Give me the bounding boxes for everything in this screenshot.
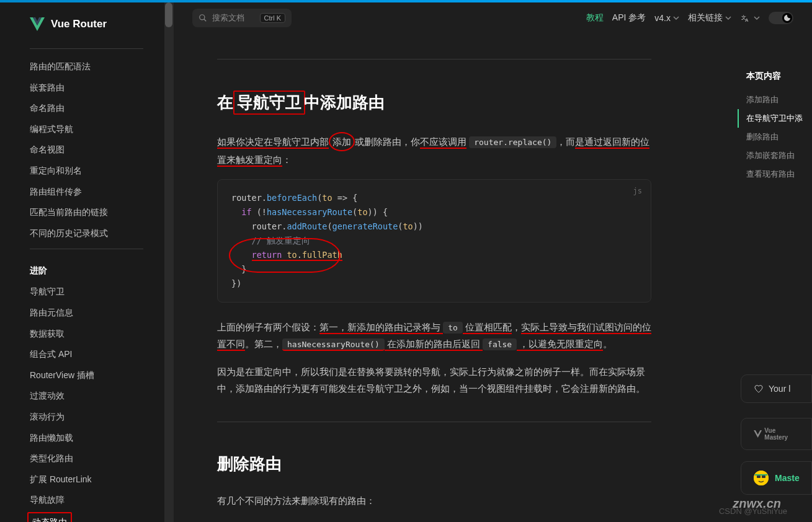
text: 。 bbox=[603, 338, 612, 349]
search-input[interactable]: 搜索文档 Ctrl K bbox=[192, 9, 292, 27]
sidebar-item-extend-routerlink[interactable]: 扩展 RouterLink bbox=[0, 469, 173, 490]
nav-tutorial[interactable]: 教程 bbox=[586, 12, 604, 24]
text-underlined: 位置相匹配 bbox=[463, 322, 512, 334]
watermark-csdn: CSDN @YuShiYue bbox=[719, 507, 787, 516]
svg-point-0 bbox=[200, 15, 205, 20]
heading-add-in-guard: 在导航守卫中添加路由 bbox=[217, 91, 385, 115]
text-underlined: 在添加新的路由后返回 bbox=[385, 338, 483, 351]
text: 上面的例子有两个假设： bbox=[217, 322, 319, 332]
sidebar-item-composition-api[interactable]: 组合式 API bbox=[0, 344, 173, 365]
search-kbd: Ctrl K bbox=[260, 13, 286, 23]
text-underlined: 第一，新添加的路由记录将与 bbox=[319, 322, 443, 334]
sidebar-section-advanced: 进阶 bbox=[0, 257, 173, 281]
sidebar-item-nested-routes[interactable]: 嵌套路由 bbox=[0, 77, 173, 99]
sidebar-item-data-fetching[interactable]: 数据获取 bbox=[0, 324, 173, 345]
top-nav: 搜索文档 Ctrl K 教程 API 参考 v4.x 相关链接 文A bbox=[174, 2, 812, 34]
sidebar-item-match-syntax[interactable]: 路由的匹配语法 bbox=[0, 56, 173, 77]
moon-icon bbox=[784, 15, 790, 21]
mastery-promo-card[interactable]: Maste bbox=[741, 461, 812, 495]
sidebar-item-lazy-loading[interactable]: 路由懒加载 bbox=[0, 428, 173, 449]
code-block[interactable]: jsrouter.beforeEach(to => { if (!hasNece… bbox=[217, 179, 651, 303]
sidebar-scrollbar[interactable] bbox=[164, 2, 173, 522]
sidebar-item-transitions[interactable]: 过渡动效 bbox=[0, 386, 173, 407]
sidebar-item-route-meta[interactable]: 路由元信息 bbox=[0, 303, 173, 324]
toc-item-add-in-guard[interactable]: 在导航守卫中添 bbox=[738, 109, 812, 128]
translate-icon: 文A bbox=[740, 12, 751, 24]
paragraph-assumptions: 上面的例子有两个假设：第一，新添加的路由记录将与 to 位置相匹配，实际上导致与… bbox=[217, 319, 651, 352]
text-underlined: 如果你决定在导航守卫内部 bbox=[217, 136, 329, 149]
inline-code: false bbox=[483, 338, 517, 350]
sidebar-item-active-links[interactable]: 匹配当前路由的链接 bbox=[0, 202, 173, 223]
main-content: 搜索文档 Ctrl K 教程 API 参考 v4.x 相关链接 文A bbox=[174, 2, 812, 522]
sidebar-item-scroll[interactable]: 滚动行为 bbox=[0, 407, 173, 428]
vue-logo-icon bbox=[30, 17, 45, 31]
svg-line-1 bbox=[204, 19, 207, 22]
theme-knob bbox=[782, 13, 792, 23]
inline-code: to bbox=[443, 322, 463, 334]
toc-item-add-route[interactable]: 添加路由 bbox=[738, 91, 812, 109]
vue-mastery-logo: Vue Mastery bbox=[754, 427, 799, 441]
sponsor-text: Your l bbox=[769, 384, 790, 394]
toc-item-add-nested[interactable]: 添加嵌套路由 bbox=[738, 146, 812, 165]
svg-text:A: A bbox=[745, 17, 748, 23]
heading-delete-route: 删除路由 bbox=[217, 453, 282, 475]
mastery-icon bbox=[754, 430, 762, 438]
nav-version-label: v4.x bbox=[654, 13, 671, 23]
nav-language[interactable]: 文A bbox=[740, 12, 760, 24]
divider bbox=[217, 422, 651, 422]
code-language-badge: js bbox=[633, 185, 642, 197]
svg-rect-6 bbox=[762, 476, 765, 478]
mastery-text: Vue Mastery bbox=[764, 427, 799, 441]
sidebar-item-nav-guards[interactable]: 导航守卫 bbox=[0, 281, 173, 303]
sidebar-item-programmatic-nav[interactable]: 编程式导航 bbox=[0, 119, 173, 140]
inline-code: hasNecessaryRoute() bbox=[282, 338, 385, 351]
paragraph-intro: 如果你决定在导航守卫内部添加或删除路由，你不应该调用 router.replac… bbox=[217, 132, 651, 168]
sidebar-item-named-routes[interactable]: 命名路由 bbox=[0, 98, 173, 119]
divider bbox=[30, 48, 143, 49]
sponsor-card[interactable]: Your l bbox=[741, 374, 812, 403]
paragraph-delete-intro: 有几个不同的方法来删除现有的路由： bbox=[217, 492, 651, 509]
brand-name: Vue Router bbox=[51, 18, 107, 30]
sidebar-item-history-mode[interactable]: 不同的历史记录模式 bbox=[0, 223, 173, 244]
sidebar-item-named-views[interactable]: 命名视图 bbox=[0, 139, 173, 161]
text: 或删除路由，你 bbox=[355, 136, 420, 147]
sidebar-item-typed-routes[interactable]: 类型化路由 bbox=[0, 448, 173, 469]
sidebar-item-route-props[interactable]: 路由组件传参 bbox=[0, 182, 173, 203]
text-circled-annotation: 添加 bbox=[329, 132, 355, 151]
text-underlined: ，以避免无限重定向 bbox=[517, 338, 603, 351]
nav-related-label: 相关链接 bbox=[688, 12, 723, 24]
svg-rect-5 bbox=[757, 476, 761, 478]
toc-item-delete-route[interactable]: 删除路由 bbox=[738, 128, 812, 146]
svg-point-4 bbox=[754, 471, 769, 485]
chevron-down-icon bbox=[673, 15, 679, 21]
table-of-contents: 本页内容 添加路由 在导航守卫中添 删除路由 添加嵌套路由 查看现有路由 bbox=[738, 71, 812, 184]
cool-face-icon bbox=[754, 471, 769, 485]
nav-api[interactable]: API 参考 bbox=[612, 12, 646, 24]
brand[interactable]: Vue Router bbox=[0, 15, 173, 43]
sidebar-item-redirect-alias[interactable]: 重定向和别名 bbox=[0, 161, 173, 182]
divider bbox=[30, 249, 143, 249]
text: ： bbox=[282, 154, 292, 165]
chevron-down-icon bbox=[754, 15, 760, 21]
vue-mastery-card[interactable]: Vue Mastery bbox=[741, 418, 812, 450]
mastery-promo-text: Maste bbox=[775, 473, 800, 483]
sidebar: Vue Router 路由的匹配语法 嵌套路由 命名路由 编程式导航 命名视图 … bbox=[0, 2, 174, 522]
text: ， bbox=[512, 322, 521, 332]
sidebar-item-routerview-slots[interactable]: RouterView 插槽 bbox=[0, 365, 173, 386]
toc-item-view-routes[interactable]: 查看现有路由 bbox=[738, 165, 812, 184]
nav-related[interactable]: 相关链接 bbox=[688, 12, 731, 24]
search-placeholder: 搜索文档 bbox=[212, 12, 255, 24]
toc-title: 本页内容 bbox=[746, 71, 812, 82]
sidebar-item-nav-failures[interactable]: 导航故障 bbox=[0, 490, 173, 511]
search-icon bbox=[199, 14, 207, 22]
chevron-down-icon bbox=[725, 15, 731, 21]
divider bbox=[217, 59, 651, 60]
sidebar-item-dynamic-routing[interactable]: 动态路由 bbox=[27, 512, 72, 522]
h2-text: 在 bbox=[217, 93, 233, 112]
nav-version[interactable]: v4.x bbox=[654, 13, 679, 23]
text: 。第二， bbox=[245, 338, 282, 349]
scrollbar-thumb[interactable] bbox=[165, 2, 172, 27]
theme-toggle[interactable] bbox=[769, 12, 793, 24]
h2-boxed-annotation: 导航守卫 bbox=[233, 91, 305, 115]
text: ，而 bbox=[556, 136, 575, 147]
